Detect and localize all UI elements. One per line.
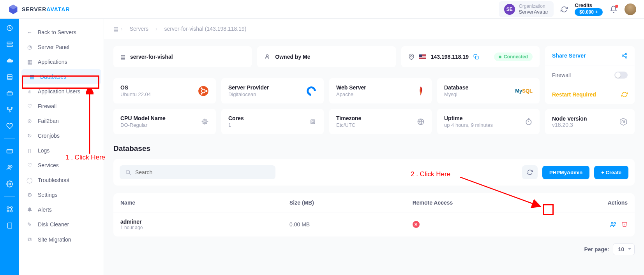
back-label: Back to Servers: [38, 29, 76, 35]
svg-point-9: [7, 107, 8, 109]
svg-rect-8: [7, 92, 12, 95]
col-actions: Actions: [551, 200, 628, 206]
nodejs-icon: [619, 117, 628, 126]
search-box[interactable]: [120, 165, 275, 179]
svg-point-44: [625, 53, 627, 54]
shield-icon: ♡: [26, 103, 33, 109]
rail-dashboard-icon[interactable]: [6, 24, 14, 32]
node-version-card: Node Versionv18.20.3: [545, 109, 635, 134]
svg-rect-24: [475, 56, 478, 59]
credits[interactable]: Credits $0.000+: [575, 2, 603, 16]
server-icon: ▤: [120, 54, 125, 60]
rail-servers-icon[interactable]: [6, 40, 14, 48]
sidebar-item-settings[interactable]: ⚙Settings: [19, 187, 104, 202]
svg-point-53: [614, 222, 616, 224]
delete-action-icon[interactable]: [621, 221, 628, 228]
share-server-button[interactable]: Share Server: [545, 46, 635, 65]
svg-point-15: [10, 166, 12, 168]
rail-team-icon[interactable]: [6, 164, 14, 172]
share-icon: [621, 53, 628, 59]
gear-icon: ⚙: [26, 192, 33, 198]
logo-text: SERVERAVATAR: [22, 6, 70, 12]
rail-docs-icon[interactable]: [6, 222, 14, 229]
search-icon: [125, 169, 131, 175]
mysql-icon: MySQL: [515, 88, 533, 94]
pin-icon: [408, 54, 415, 60]
rail-support-icon[interactable]: [6, 122, 14, 130]
rail-network-icon[interactable]: [6, 106, 14, 114]
sidebar-item-firewall[interactable]: ♡Firewall: [19, 99, 104, 114]
status-connected: Connected: [494, 53, 533, 61]
sidebar-item-cronjobs[interactable]: ↻Cronjobs: [19, 128, 104, 143]
sidebar-item-logs[interactable]: ▯Logs: [19, 143, 104, 158]
firewall-toggle[interactable]: [614, 72, 628, 79]
org-switcher[interactable]: SE Organization ServerAvatar: [499, 1, 554, 17]
gauge-icon: ◔: [26, 44, 33, 50]
database-icon: ▤: [28, 74, 35, 80]
svg-point-45: [622, 55, 624, 56]
logo[interactable]: SERVERAVATAR: [8, 4, 70, 15]
svg-point-52: [611, 222, 613, 224]
rail-settings-icon[interactable]: [6, 180, 14, 188]
sidebar-item-applications[interactable]: ▦Applications: [19, 54, 104, 69]
webserver-card: Web ServerApache: [329, 78, 432, 103]
restart-required[interactable]: Restart Required: [545, 85, 635, 104]
cpu-icon: [201, 118, 209, 126]
org-label: Organization: [519, 4, 549, 9]
sidebar-item-troubleshoot[interactable]: ◯Troubleshoot: [19, 173, 104, 187]
notifications-icon[interactable]: [610, 5, 618, 13]
db-name[interactable]: adminer: [120, 219, 289, 225]
server-sidebar: ← Back to Servers ◔Server Panel ▦Applica…: [19, 19, 104, 275]
rail-storage-icon[interactable]: [6, 89, 14, 97]
copy-icon[interactable]: [473, 54, 479, 60]
sidebar-item-fail2ban[interactable]: ⊘Fail2ban: [19, 114, 104, 128]
org-name: ServerAvatar: [519, 9, 549, 15]
svg-rect-3: [7, 42, 12, 44]
rail-billing-icon[interactable]: [6, 147, 14, 155]
db-time: 1 hour ago: [120, 225, 289, 230]
breadcrumb-server-name[interactable]: server-for-vishal (143.198.118.19): [160, 24, 251, 33]
rail-integrations-icon[interactable]: [6, 205, 14, 213]
breadcrumb-root-icon[interactable]: ▤: [113, 26, 118, 32]
user-avatar[interactable]: [625, 4, 636, 15]
server-ip: 143.198.118.19: [431, 54, 469, 60]
svg-line-51: [129, 173, 131, 175]
server-name: server-for-vishal: [130, 54, 173, 60]
digitalocean-icon: [306, 86, 317, 96]
svg-rect-39: [312, 121, 314, 123]
per-page-select[interactable]: 10: [613, 243, 635, 255]
remote-access-no-icon: ✕: [413, 221, 420, 228]
sidebar-item-site-migration[interactable]: ⧉Site Migration: [19, 232, 104, 247]
phpmyadmin-button[interactable]: PHPMyAdmin: [542, 166, 589, 179]
rail-db-icon[interactable]: [6, 73, 14, 81]
refresh-icon[interactable]: [561, 6, 568, 13]
logo-icon: [8, 4, 19, 15]
credits-label: Credits: [575, 2, 603, 8]
sidebar-item-disk-cleaner[interactable]: ✎Disk Cleaner: [19, 217, 104, 232]
db-users-action-icon[interactable]: [610, 221, 617, 228]
svg-rect-21: [7, 223, 12, 228]
headset-icon: ◯: [26, 177, 33, 183]
sidebar-item-server-panel[interactable]: ◔Server Panel: [19, 40, 104, 54]
sidebar-item-databases[interactable]: ▤Databases: [21, 69, 101, 84]
rail-cloud-icon[interactable]: [6, 57, 14, 65]
refresh-button[interactable]: [522, 165, 538, 179]
users-icon: ⍟: [26, 88, 33, 95]
svg-point-14: [8, 166, 10, 168]
sidebar-item-app-users[interactable]: ⍟Application Users: [19, 84, 104, 99]
apache-icon: [417, 86, 425, 96]
svg-rect-32: [203, 120, 207, 124]
col-name: Name: [120, 200, 289, 206]
owner-label: Owned by Me: [275, 54, 310, 60]
sidebar-item-services[interactable]: ♡Services: [19, 158, 104, 173]
create-button[interactable]: + Create: [594, 166, 628, 179]
sidebar-item-alerts[interactable]: 🔔︎Alerts: [19, 202, 104, 217]
credits-pill[interactable]: $0.000+: [575, 8, 603, 16]
svg-rect-30: [309, 94, 311, 96]
svg-rect-38: [311, 120, 315, 124]
search-input[interactable]: [135, 169, 270, 175]
back-to-servers[interactable]: ← Back to Servers: [19, 25, 104, 40]
breadcrumb-servers[interactable]: Servers: [125, 24, 153, 33]
firewall-label: Firewall: [552, 72, 571, 78]
table-row: adminer 1 hour ago 0.00 MB ✕: [113, 212, 635, 236]
